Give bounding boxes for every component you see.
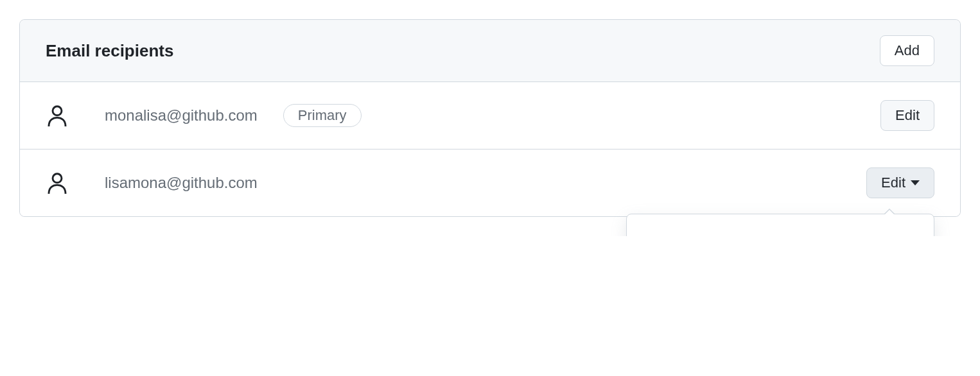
caret-down-icon	[911, 180, 920, 185]
person-icon	[46, 104, 69, 127]
edit-button-label: Edit	[881, 175, 906, 191]
panel-header: Email recipients Add	[20, 20, 960, 82]
email-recipients-panel: Email recipients Add monalisa@github.com…	[19, 19, 961, 217]
mark-as-primary-item[interactable]: Mark as primary	[638, 230, 922, 236]
person-icon	[46, 171, 69, 194]
panel-title: Email recipients	[46, 41, 173, 61]
recipient-row: lisamona@github.com Edit Mark as primary…	[20, 150, 960, 216]
edit-button[interactable]: Edit	[880, 100, 934, 131]
svg-point-1	[53, 174, 62, 183]
recipient-row: monalisa@github.com Primary Edit	[20, 82, 960, 150]
recipient-email: lisamona@github.com	[105, 174, 258, 192]
svg-point-0	[53, 107, 62, 115]
add-button[interactable]: Add	[880, 35, 934, 66]
dropdown-arrow-icon	[884, 209, 895, 214]
edit-dropdown-button[interactable]: Edit	[866, 167, 934, 198]
primary-badge: Primary	[283, 104, 362, 127]
recipient-email: monalisa@github.com	[105, 107, 258, 124]
edit-dropdown-menu: Mark as primary Remove	[626, 214, 934, 236]
